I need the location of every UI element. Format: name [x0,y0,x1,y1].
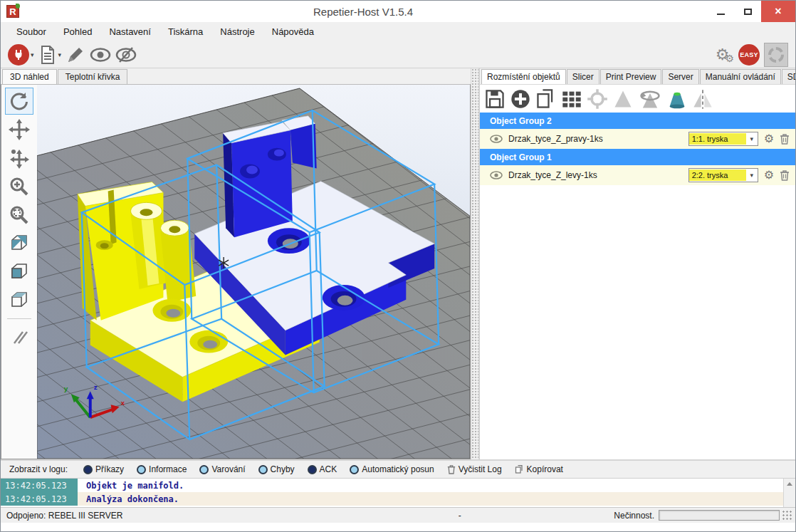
log-line: 13:42:05.123 Objekt je manifold. [1,479,783,492]
zoom-icon [9,176,30,197]
object-settings-gear-icon[interactable]: ⚙ [764,169,774,181]
chevron-down-icon[interactable]: ▾ [746,172,758,179]
chevron-down-icon[interactable]: ▾ [746,135,758,142]
object-group-header[interactable]: Object Group 1 [480,149,795,165]
add-object-icon[interactable] [510,88,531,110]
status-center-text: - [305,511,614,521]
tab-server[interactable]: Server [662,69,698,84]
copy-object-icon[interactable] [535,88,557,110]
extruder-value: 2:2. tryska [689,169,746,181]
easy-badge: EASY [738,44,760,66]
object-row[interactable]: Drzak_tyce_Z_pravy-1ks 1:1. tryska ▾ ⚙ [480,129,795,149]
rotate-icon [9,90,30,112]
resize-grip[interactable] [782,511,792,521]
log-filter-label: Zobrazit v logu: [9,464,68,474]
printer-state-text: Nečinnost. [614,511,654,521]
menu-soubor[interactable]: Soubor [9,24,53,40]
toggle-automaticky-posun[interactable]: Automatický posun [350,464,434,474]
connect-button[interactable]: ▾ [8,43,34,66]
move-object-button[interactable] [5,116,33,143]
toggle-circle-icon [83,465,93,474]
menu-tiskarna[interactable]: Tiskárna [161,24,210,40]
extruder-select[interactable]: 1:1. tryska ▾ [688,132,758,146]
log-line: 13:42:05.123 Analýza dokončena. [1,492,783,506]
scene-3d: x y z [37,85,470,459]
rotate-view-button[interactable] [5,88,33,115]
toggle-prikazy[interactable]: Příkazy [83,464,124,474]
cut-object-icon[interactable] [666,88,688,110]
top-view-button[interactable] [5,287,33,314]
connection-status: Odpojeno: REBEL III SERVER [6,511,305,521]
delete-object-trash-icon[interactable] [780,133,790,145]
zoom-button[interactable] [5,173,33,200]
copy-log-button[interactable]: Kopírovat [515,464,563,474]
fit-view-button[interactable] [5,202,33,229]
load-button[interactable]: ▾ [38,43,62,66]
scale-object-icon[interactable] [612,88,634,110]
status-bar: Odpojeno: REBEL III SERVER - Nečinnost. [1,507,795,523]
toggle-informace[interactable]: Informace [137,464,187,474]
show-filament-button[interactable] [90,43,111,66]
toggle-travel-button[interactable] [115,43,137,66]
toggle-ack[interactable]: ACK [308,464,337,474]
log-toolbar: Zobrazit v logu: Příkazy Informace Varov… [1,459,795,478]
menu-nastaveni[interactable]: Nastavení [102,24,158,40]
fit-view-icon [9,204,30,226]
toggle-varovani[interactable]: Varování [199,464,245,474]
toggle-chyby[interactable]: Chyby [258,464,295,474]
main-toolbar: ▾ ▾ ⚙ ⚙ EASY [1,41,795,68]
mirror-object-icon[interactable] [692,88,713,110]
front-view-button[interactable] [5,259,33,286]
isometric-view-button[interactable] [5,230,33,257]
document-icon [38,45,57,65]
visibility-eye-icon[interactable] [490,135,503,143]
close-button[interactable]: × [761,1,795,22]
log-scrollbar[interactable] [783,479,795,507]
load-dropdown-caret[interactable]: ▾ [58,51,62,58]
menu-nastroje[interactable]: Nástroje [213,24,261,40]
center-object-icon[interactable] [587,88,608,110]
visibility-eye-icon[interactable] [490,171,503,179]
tab-sd-karta[interactable]: SD karta [782,69,796,84]
menu-napoveda[interactable]: Nápověda [265,24,321,40]
window-title: Repetier-Host V1.5.4 [19,6,707,18]
save-icon[interactable] [484,88,506,110]
object-row[interactable]: Drzak_tyce_Z_levy-1ks 2:2. tryska ▾ ⚙ [480,165,795,185]
app-logo-icon: R [6,5,19,18]
toggle-circle-icon [308,465,317,474]
toggle-circle-icon [137,465,146,474]
view-side-toolbar [1,85,37,459]
easy-mode-button[interactable]: EASY [738,43,760,66]
rotate-object-icon[interactable] [638,88,662,110]
toggle-circle-icon [258,465,268,474]
scroll-up-icon[interactable] [787,482,792,486]
extruder-select[interactable]: 2:2. tryska ▾ [688,168,758,182]
printer-settings-button[interactable]: ⚙ ⚙ [716,43,734,66]
tab-rozmisteni-objektu[interactable]: Rozmístění objektů [481,69,566,84]
emergency-stop-button[interactable] [764,43,788,67]
panel-empty-space [480,185,795,459]
connect-dropdown-caret[interactable]: ▾ [31,51,34,58]
autoposition-icon[interactable] [561,88,582,110]
progress-bar [659,510,780,521]
maximize-button[interactable] [734,1,761,22]
panel-splitter[interactable] [471,68,479,459]
tab-teplotni-krivka[interactable]: Teplotní křivka [58,69,128,84]
tab-3d-nahled[interactable]: 3D náhled [2,69,57,84]
top-view-cube-icon [8,289,31,312]
tab-slicer[interactable]: Slicer [567,69,599,84]
window-bottom-strip [1,523,795,531]
move-viewpoint-button[interactable] [5,145,33,172]
tab-print-preview[interactable]: Print Preview [600,69,662,84]
clear-log-button[interactable]: Vyčistit Log [447,464,502,474]
object-group-header[interactable]: Object Group 2 [480,113,795,129]
tab-manualni-ovladani[interactable]: Manuální ovládání [700,69,781,84]
object-settings-gear-icon[interactable]: ⚙ [764,133,774,145]
edit-gcode-button[interactable] [66,43,85,66]
viewport-3d[interactable]: x y z [37,85,470,459]
minimize-button[interactable] [707,1,734,22]
menu-pohled[interactable]: Pohled [56,24,99,40]
eye-slash-icon [115,46,137,63]
parallel-projection-button[interactable] [5,323,33,350]
delete-object-trash-icon[interactable] [780,169,790,181]
